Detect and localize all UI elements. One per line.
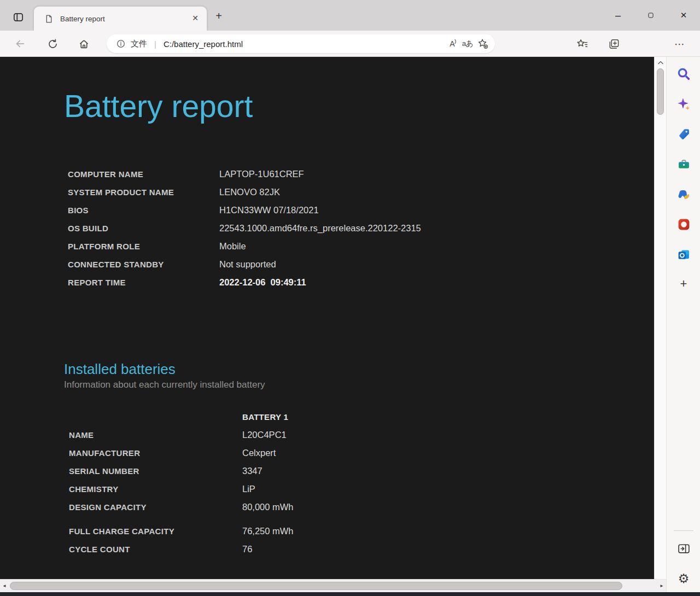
games-controller-icon [676,187,691,201]
row-value: Mobile [219,237,654,255]
browser-tab[interactable]: Battery report ✕ [34,7,207,31]
row-label: COMPUTER NAME [68,165,219,183]
office-icon [677,218,691,231]
scroll-up-arrow[interactable] [656,59,666,66]
add-favorite-button[interactable] [475,36,491,51]
collections-button[interactable] [605,36,622,52]
table-row: PLATFORM ROLEMobile [68,237,654,255]
sidebar-panel-toggle[interactable] [676,541,691,556]
plus-icon: + [680,277,687,291]
table-row: CYCLE COUNT76 [69,540,654,558]
refresh-button[interactable] [44,36,61,52]
installed-batteries-heading: Installed batteries [64,361,654,378]
home-button[interactable] [75,36,92,52]
vertical-scrollbar[interactable] [654,57,666,579]
table-row: CONNECTED STANDBYNot supported [68,255,654,273]
table-spacer [69,516,654,522]
table-row: SYSTEM PRODUCT NAMELENOVO 82JK [68,183,654,201]
browser-titlebar: Battery report ✕ + – ✕ [0,0,700,31]
page-title: Battery report [64,57,654,125]
scroll-right-arrow[interactable]: ► [657,583,666,588]
horizontal-scrollbar[interactable]: ◄ ► [0,579,666,592]
outlook-icon [677,248,691,261]
address-separator: | [154,39,156,49]
installed-batteries-subtitle: Information about each currently install… [64,379,654,390]
translate-button[interactable]: aあ [460,36,475,51]
favorites-star-list-icon [576,38,588,50]
chevron-up-icon [657,60,664,65]
read-aloud-button[interactable]: A [445,36,460,51]
table-row: CHEMISTRYLiP [69,480,654,498]
row-value: LiP [242,480,654,498]
address-scheme-label: 文件 [131,39,147,49]
battery-details-table: BATTERY 1 NAMEL20C4PC1 MANUFACTURERCelxp… [69,408,654,558]
tab-actions-icon [12,11,25,24]
address-bar[interactable]: 文件 | C:/battery_report.html A aあ [107,34,495,53]
back-arrow-icon [14,38,26,50]
sidebar-outlook-button[interactable] [676,247,691,262]
edge-sidebar: + ⚙ [666,57,700,592]
table-row: COMPUTER NAMELAPTOP-1U61CREF [68,165,654,183]
horizontal-scroll-thumb[interactable] [10,582,622,590]
row-value: 80,000 mWh [242,498,654,516]
row-label: SYSTEM PRODUCT NAME [68,183,219,201]
report-time-value: 2022-12-06 09:49:11 [219,273,654,291]
close-window-button[interactable]: ✕ [667,0,700,31]
sidebar-search-button[interactable] [676,66,691,81]
browser-toolbar: 文件 | C:/battery_report.html A aあ IA ⋯ [0,31,700,57]
sidebar-games-button[interactable] [676,186,691,202]
collections-icon [608,38,620,50]
translate-icon: aあ [462,39,473,49]
browser-viewport: Battery report COMPUTER NAMELAPTOP-1U61C… [0,57,700,592]
row-label: NAME [69,426,242,444]
row-label: PLATFORM ROLE [68,237,219,255]
sidebar-shopping-button[interactable] [676,126,691,142]
table-row: FULL CHARGE CAPACITY76,250 mWh [69,522,654,540]
row-label: CONNECTED STANDBY [68,255,219,273]
row-value: LENOVO 82JK [219,183,654,201]
toolbox-icon [677,157,691,171]
close-icon: ✕ [680,10,687,20]
sidebar-divider [674,530,693,531]
settings-more-button[interactable]: ⋯ [672,36,688,52]
copilot-sparkle-icon [676,97,691,111]
row-value: 76 [242,540,654,558]
scroll-left-arrow[interactable]: ◄ [0,583,9,588]
row-label: REPORT TIME [68,273,219,291]
window-controls: – ✕ [602,0,700,31]
vertical-scroll-thumb[interactable] [657,68,664,115]
sidebar-tools-button[interactable] [676,156,691,172]
sidebar-copilot-button[interactable] [676,96,691,112]
row-label: BIOS [68,201,219,219]
new-tab-button[interactable]: + [211,9,226,24]
favorites-button[interactable] [574,36,590,52]
table-row: SERIAL NUMBER3347 [69,462,654,480]
row-label: DESIGN CAPACITY [69,498,242,516]
row-value: 3347 [242,462,654,480]
refresh-icon [47,38,59,50]
maximize-button[interactable] [634,0,667,31]
row-label: CYCLE COUNT [69,540,242,558]
window-bottom-edge [0,592,700,596]
tab-title: Battery report [60,15,189,23]
sidebar-panel-icon [677,542,691,556]
row-value: 22543.1000.amd64fre.rs_prerelease.220122… [219,219,654,237]
home-icon [78,38,90,50]
sidebar-settings-button[interactable]: ⚙ [676,571,691,586]
tab-actions-menu-button[interactable] [11,10,26,25]
gear-icon: ⚙ [678,571,690,586]
row-value: 76,250 mWh [242,522,654,540]
more-icon: ⋯ [674,38,685,50]
sidebar-customize-button[interactable]: + [676,276,691,291]
table-row: DESIGN CAPACITY80,000 mWh [69,498,654,516]
sidebar-office-button[interactable] [676,217,691,232]
minimize-button[interactable]: – [602,0,634,31]
tab-close-button[interactable]: ✕ [189,13,201,25]
row-value: Not supported [219,255,654,273]
system-info-table: COMPUTER NAMELAPTOP-1U61CREF SYSTEM PROD… [68,165,654,291]
table-row: NAMEL20C4PC1 [69,426,654,444]
back-button[interactable] [12,36,28,52]
table-row: OS BUILD22543.1000.amd64fre.rs_prereleas… [68,219,654,237]
table-row: REPORT TIME2022-12-06 09:49:11 [68,273,654,291]
row-value: Celxpert [242,444,654,462]
